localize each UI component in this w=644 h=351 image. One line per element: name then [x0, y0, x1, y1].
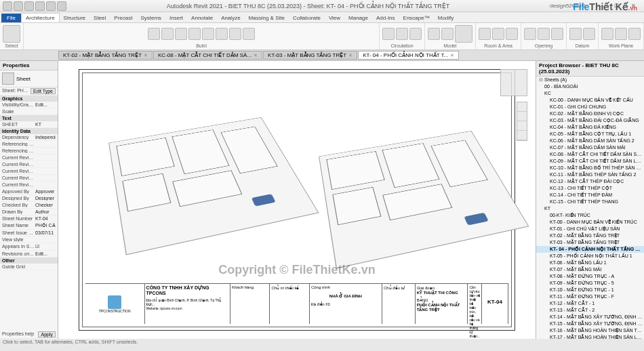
tree-item[interactable]: KC-12 - MẶT CẮT THÉP ĐÀI CỌC	[536, 178, 644, 185]
qat-undo-icon[interactable]	[35, 1, 45, 11]
room-button[interactable]	[479, 28, 491, 40]
tag-room-button[interactable]	[506, 28, 518, 40]
steering-wheel-icon[interactable]	[517, 102, 527, 112]
floorplan-view-2[interactable]	[319, 131, 529, 268]
modify-button[interactable]	[3, 25, 20, 43]
property-row[interactable]: Current Revisio...	[0, 154, 58, 161]
component-button[interactable]	[188, 28, 201, 40]
edit-type-button[interactable]: Edit Type	[31, 88, 56, 94]
tree-item[interactable]: KC	[536, 90, 644, 97]
doc-tab[interactable]: KT-03 - MẶT BẰNG TẦNG TRỆT✕	[263, 51, 357, 60]
close-icon[interactable]: ✕	[348, 53, 353, 58]
qat-open-icon[interactable]	[14, 1, 23, 11]
property-row[interactable]: Sheet Issue Date03/07/11	[0, 230, 58, 236]
tree-item[interactable]: KC-07 - MẶT BẰNG DẦM SÀN MÁI	[536, 144, 644, 151]
tree-item[interactable]: KT-10 - MẶT ĐỨNG TRỤC - 1	[536, 287, 644, 293]
tab-annotate[interactable]: Annotate	[187, 14, 217, 22]
ramp-button[interactable]	[396, 28, 408, 40]
property-row[interactable]: Referencing She...	[0, 141, 58, 148]
tab-architecture[interactable]: Architecture	[21, 13, 60, 22]
tree-item[interactable]: KC-00 - DANH MỤC BẢN VẼ KẾT CẤU	[536, 97, 644, 104]
tree-item[interactable]: KC-10 - MẶT BẰNG BỐ TRÍ THÉP SÀN TẦNG 1	[536, 165, 644, 171]
tab-addins[interactable]: Add-Ins	[372, 14, 399, 22]
property-row[interactable]: Current Revisio...	[0, 175, 58, 182]
grid-button[interactable]	[583, 28, 595, 40]
close-icon[interactable]: ✕	[254, 53, 258, 58]
tree-item[interactable]: KT-16 - MẶT BẰNG HOÀN THIỆN SÀN TẦNG TRỆ…	[536, 327, 644, 334]
tab-insert[interactable]: Insert	[165, 14, 187, 22]
set-button[interactable]	[601, 28, 613, 40]
tree-item[interactable]: KC-03 - MẶT BẰNG ĐÁI CỌC-ĐÁ GIẰNG	[536, 117, 644, 124]
tree-item[interactable]: 00-KT- KIẾN TRÚC	[536, 212, 644, 219]
property-row[interactable]: Current Revisio...	[0, 161, 58, 168]
tree-item[interactable]: KT-15 - MẶT BẰNG XÂY TƯỜNG, ĐỊNH VỊ CỦA …	[536, 321, 644, 327]
tree-item[interactable]: KT-05 - PHỐI CẢNH NỘI THẤT LẦU 1	[536, 253, 644, 260]
tab-view[interactable]: View	[325, 14, 344, 22]
property-row[interactable]: Designed ByDesigner	[0, 195, 58, 202]
property-row[interactable]: Current Revisio...	[0, 182, 58, 188]
tab-modify[interactable]: Modify	[434, 14, 458, 22]
tree-item[interactable]: KC-14 - CHI TIẾT THÉP ĐÀM	[536, 192, 644, 199]
tree-item[interactable]: KT- 04 - PHỐI CẢNH NỘI THẤT TẦNG TRỆT	[536, 246, 644, 253]
tab-systems[interactable]: Systems	[136, 14, 165, 22]
doc-tab[interactable]: KC-08 - MẶT CẮT CHI TIẾT DẦM SÀ...✕	[153, 51, 262, 60]
tree-item[interactable]: KC-06 - MẶT BẰNG DẦM SÀN TẦNG 2	[536, 138, 644, 144]
tree-item[interactable]: KT-14 - MẶT BẰNG XÂY TƯỜNG, ĐỊNH VỊ CỦA …	[536, 314, 644, 321]
ref-plane-button[interactable]	[628, 28, 641, 40]
tree-item[interactable]: 00 - BÌA NGOÀI	[536, 83, 644, 90]
floorplan-view-1[interactable]	[108, 117, 319, 255]
tab-enscape[interactable]: Enscape™	[399, 14, 434, 22]
model-text-button[interactable]	[428, 28, 440, 40]
section-graphics[interactable]: Graphics	[0, 96, 58, 102]
level-button[interactable]	[569, 28, 582, 40]
tree-item[interactable]: KC-05 - MẶT BẰNG CỘT TRỤ, LẦU 1	[536, 131, 644, 138]
expander-icon[interactable]: ⊟	[539, 77, 543, 82]
tree-item[interactable]: KT-02 - MẶT BẰNG TẦNG TRỆT	[536, 232, 644, 239]
tree-item[interactable]: KC-01 - GHI CHÚ CHUNG	[536, 104, 644, 110]
area-button[interactable]	[492, 28, 504, 40]
qat-save-icon[interactable]	[24, 1, 34, 11]
tab-manage[interactable]: Manage	[344, 14, 372, 22]
tree-item[interactable]: KT-13 - MẶT CẮT - 2	[536, 307, 644, 314]
tree-item[interactable]: KT-09 - MẶT ĐỨNG TRỤC - 5	[536, 280, 644, 287]
tab-analyze[interactable]: Analyze	[217, 14, 244, 22]
shaft-button[interactable]	[538, 28, 550, 40]
file-tab[interactable]: File	[1, 14, 21, 22]
qat-print-icon[interactable]	[57, 1, 66, 11]
tree-item[interactable]: KC-09 - MẶT CẮT CHI TIẾT DẦM SÀN LẦU - 2	[536, 158, 644, 165]
tree-item[interactable]: KC-04 - MẶT BẰNG ĐÁ KIẾNG	[536, 124, 644, 131]
property-row[interactable]: DependencyIndependent	[0, 134, 58, 141]
tree-item[interactable]: KT-03 - MẶT BẰNG TẦNG TRỆT	[536, 239, 644, 246]
railing-button[interactable]	[382, 28, 395, 40]
tree-item[interactable]: KC-15 - CHI TIẾT THÉP THANG	[536, 199, 644, 205]
tree-item[interactable]: KC-11 - MẶT BẰNG THÉP SÀN TẦNG 2	[536, 171, 644, 178]
tree-item[interactable]: KT-01 - GHI CHÚ VẬT LIỆU SÀN	[536, 226, 644, 232]
properties-type-selector[interactable]: Sheet	[0, 70, 58, 87]
property-row[interactable]: SHEETKT	[0, 121, 58, 128]
zoom-icon[interactable]	[517, 121, 527, 131]
ceiling-button[interactable]	[229, 28, 241, 40]
tree-item[interactable]: KT	[536, 205, 644, 212]
by-face-button[interactable]	[524, 28, 536, 40]
wall-opening-button[interactable]	[551, 28, 563, 40]
drawing-canvas[interactable]: TPCONSTRUCTION CÔNG TY TNHH XÂY DỰNG TPC…	[58, 61, 536, 339]
property-row[interactable]: View style	[0, 236, 58, 243]
property-row[interactable]: Visibility/Graphi...Edit...	[0, 102, 58, 108]
tab-steel[interactable]: Steel	[89, 14, 110, 22]
tree-item[interactable]: KT-11 - MẶT ĐỨNG TRỤC - F	[536, 293, 644, 300]
tree-item[interactable]: KC-02 - MẶT BẰNG ĐỊNH VỊ CỌC	[536, 110, 644, 117]
property-row[interactable]: Approved ByApprover	[0, 188, 58, 195]
tab-structure[interactable]: Structure	[60, 14, 89, 22]
pan-icon[interactable]	[517, 112, 527, 121]
property-row[interactable]: Guide Grid	[0, 264, 58, 270]
show-button[interactable]	[615, 28, 627, 40]
section-other[interactable]: Other	[0, 257, 58, 264]
property-row[interactable]: Current Revisio...	[0, 168, 58, 175]
door-button[interactable]	[161, 28, 174, 40]
tree-root[interactable]: ⊟Sheets (A)	[536, 77, 644, 83]
property-row[interactable]: Appears In Shee...☑	[0, 243, 58, 251]
section-identity[interactable]: Identity Data	[0, 128, 58, 134]
property-row[interactable]: Sheet NumberKT-04	[0, 215, 58, 222]
tree-item[interactable]: KT-06 - MẶT BẰNG LẦU 1	[536, 260, 644, 266]
qat-redo-icon[interactable]	[46, 1, 56, 11]
